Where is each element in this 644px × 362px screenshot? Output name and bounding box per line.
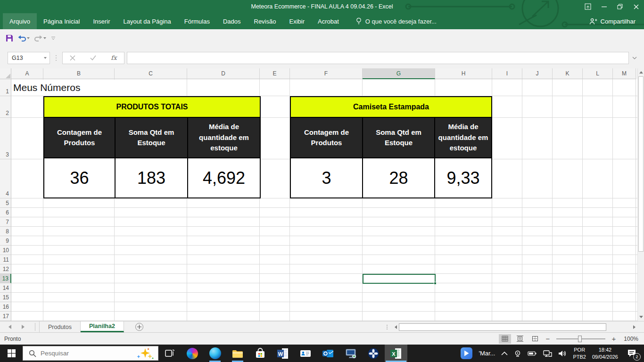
sheet-tab-planilha2[interactable]: Planilha2 — [81, 321, 124, 332]
row-header-6[interactable]: 6 — [0, 208, 11, 217]
row-header-17[interactable]: 17 — [0, 312, 11, 321]
zoom-in-button[interactable]: + — [610, 335, 618, 343]
tab-scroll-splitter[interactable] — [387, 327, 388, 328]
table-title-cell[interactable]: Camiseta Estampada — [291, 97, 491, 117]
column-header-D[interactable]: D — [187, 68, 260, 79]
table-value-cell[interactable]: 28 — [363, 158, 434, 197]
column-header-B[interactable]: B — [43, 68, 115, 79]
horizontal-scrollbar[interactable] — [392, 321, 637, 332]
word-button[interactable]: W — [272, 345, 294, 362]
table-value-cell[interactable]: 183 — [116, 158, 187, 197]
row-header-1[interactable]: 1 — [0, 79, 11, 96]
formula-bar-expand-icon[interactable] — [630, 57, 639, 59]
notification-center-button[interactable]: 2 — [627, 349, 636, 358]
row-header-4[interactable]: 4 — [0, 159, 11, 198]
row-header-7[interactable]: 7 — [0, 217, 11, 227]
ribbon-tab-layout-da-página[interactable]: Layout da Página — [117, 13, 178, 29]
outlook-button[interactable] — [317, 345, 339, 362]
normal-view-button[interactable] — [499, 334, 511, 344]
table-value-cell[interactable]: 36 — [44, 158, 115, 197]
new-sheet-button[interactable] — [135, 323, 143, 331]
fan-utility-button[interactable] — [362, 345, 385, 362]
row-header-15[interactable]: 15 — [0, 293, 11, 302]
remote-desktop-button[interactable] — [339, 345, 362, 362]
undo-button[interactable] — [16, 32, 32, 44]
column-header-A[interactable]: A — [11, 68, 43, 79]
tray-expand-chevron-icon[interactable] — [501, 352, 508, 355]
table-header-cell[interactable]: Média de quantidade em estoque — [435, 118, 491, 157]
column-header-E[interactable]: E — [260, 68, 290, 79]
row-header-9[interactable]: 9 — [0, 236, 11, 246]
media-play-button[interactable] — [461, 347, 472, 359]
edge-browser-button[interactable] — [204, 345, 226, 362]
scroll-right-button[interactable] — [631, 323, 637, 331]
column-header-J[interactable]: J — [522, 68, 553, 79]
vertical-scroll-track[interactable] — [638, 252, 644, 313]
column-header-K[interactable]: K — [553, 68, 583, 79]
row-header-3[interactable]: 3 — [0, 118, 11, 159]
volume-icon[interactable] — [558, 350, 567, 357]
redo-button[interactable] — [33, 32, 48, 44]
microsoft-store-button[interactable] — [249, 345, 272, 362]
table-title-cell[interactable]: PRODUTOS TOTAIS — [44, 97, 260, 117]
ribbon-tab-fórmulas[interactable]: Fórmulas — [178, 13, 216, 29]
cancel-icon[interactable] — [70, 55, 75, 61]
scroll-down-button[interactable] — [638, 313, 644, 321]
selected-cell-g13[interactable] — [363, 274, 436, 284]
column-header-I[interactable]: I — [492, 68, 522, 79]
restore-button[interactable] — [612, 0, 628, 13]
language-indicator[interactable]: POR PTB2 — [573, 346, 586, 360]
taskbar-search[interactable] — [23, 346, 158, 361]
cell-a1-title[interactable]: Meus Números — [11, 80, 120, 96]
share-button[interactable]: Compartilhar — [586, 13, 639, 29]
select-all-corner[interactable] — [0, 68, 11, 79]
row-header-11[interactable]: 11 — [0, 255, 11, 264]
row-header-5[interactable]: 5 — [0, 198, 11, 208]
row-header-12[interactable]: 12 — [0, 264, 11, 274]
column-header-L[interactable]: L — [583, 68, 613, 79]
enter-check-icon[interactable] — [90, 55, 96, 60]
column-header-F[interactable]: F — [290, 68, 363, 79]
row-header-8[interactable]: 8 — [0, 227, 11, 236]
table-value-cell[interactable]: 4,692 — [188, 158, 260, 197]
ribbon-tab-inserir[interactable]: Inserir — [86, 13, 116, 29]
zoom-out-button[interactable]: − — [544, 335, 552, 343]
table-header-cell[interactable]: Média de quantidade em estoque — [188, 118, 260, 157]
undo-dropdown-icon[interactable] — [27, 37, 30, 39]
save-button[interactable] — [4, 32, 15, 44]
contacts-app-button[interactable] — [294, 345, 317, 362]
minimize-button[interactable] — [596, 0, 612, 13]
redo-dropdown-icon[interactable] — [43, 37, 46, 39]
next-sheet-button[interactable] — [22, 325, 25, 329]
ribbon-tab-arquivo[interactable]: Arquivo — [3, 13, 37, 29]
name-box[interactable]: G13 — [8, 52, 50, 64]
column-header-G[interactable]: G — [363, 68, 435, 79]
table-header-cell[interactable]: Contagem de Produtos — [291, 118, 362, 157]
table-value-cell[interactable]: 9,33 — [435, 158, 491, 197]
search-input[interactable] — [41, 350, 131, 357]
column-header-H[interactable]: H — [435, 68, 492, 79]
fill-handle[interactable] — [434, 282, 437, 285]
ribbon-tab-dados[interactable]: Dados — [216, 13, 248, 29]
zoom-level[interactable]: 100% — [620, 336, 638, 342]
page-layout-view-button[interactable] — [514, 334, 526, 344]
row-header-14[interactable]: 14 — [0, 283, 11, 293]
formula-bar-splitter[interactable] — [56, 58, 57, 58]
excel-taskbar-button[interactable]: X — [385, 345, 407, 362]
task-view-button[interactable] — [158, 345, 181, 362]
row-header-13[interactable]: 13 — [0, 274, 11, 283]
page-break-view-button[interactable] — [529, 334, 541, 344]
ribbon-tab-acrobat[interactable]: Acrobat — [311, 13, 346, 29]
table-header-cell[interactable]: Soma Qtd em Estoque — [116, 118, 187, 157]
customize-qat-button[interactable] — [49, 32, 58, 44]
row-header-16[interactable]: 16 — [0, 302, 11, 312]
ribbon-tab-exibir[interactable]: Exibir — [282, 13, 311, 29]
scroll-up-button[interactable] — [638, 68, 644, 76]
row-header-10[interactable]: 10 — [0, 246, 11, 255]
column-header-C[interactable]: C — [115, 68, 187, 79]
close-button[interactable] — [628, 0, 644, 13]
clock[interactable]: 18:42 09/04/2026 — [592, 346, 618, 360]
meet-now-icon[interactable] — [514, 350, 521, 357]
table-header-cell[interactable]: Soma Qtd em Estoque — [363, 118, 434, 157]
row-header-2[interactable]: 2 — [0, 96, 11, 118]
